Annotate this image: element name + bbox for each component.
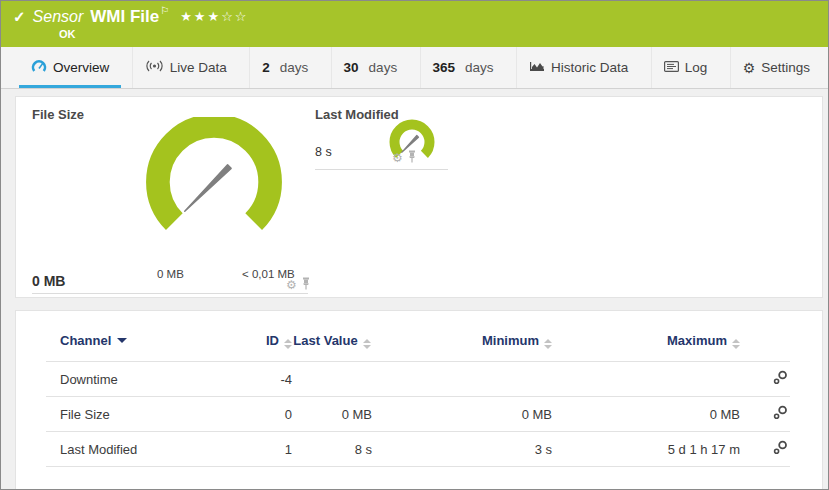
gauges-panel: File Size 0 MB < 0,01 MB 0 MB ⚙ Last Mod… [15, 96, 823, 298]
gear-icon: ⚙ [743, 61, 756, 75]
column-label: Minimum [482, 333, 539, 348]
sensor-name: WMI File [90, 7, 159, 27]
tab-label: Live Data [170, 60, 227, 75]
sort-icon [363, 339, 371, 349]
last-modified-value: 8 s [315, 145, 332, 159]
pin-icon[interactable] [407, 149, 417, 167]
file-size-gauge-controls: ⚙ [286, 276, 311, 294]
sensor-page: ✓ Sensor WMI File ⚐ ★★★☆☆ OK Overview Li… [0, 0, 829, 490]
tab-30-days[interactable]: 30 days [331, 47, 410, 88]
channel-maximum [552, 362, 740, 397]
sort-desc-icon [117, 338, 127, 343]
channel-last-value: 8 s [292, 432, 372, 467]
column-header-last-value[interactable]: Last Value [292, 333, 372, 362]
last-modified-gauge-controls: ⚙ [392, 149, 417, 167]
channel-settings-icon[interactable] [773, 440, 788, 458]
table-row: Downtime -4 [46, 362, 790, 397]
tab-bar: Overview Live Data 2 days 30 days 365 da… [1, 47, 828, 89]
column-label: ID [266, 333, 279, 348]
channel-settings-icon[interactable] [773, 370, 788, 388]
stars-empty: ☆☆ [221, 9, 248, 24]
tab-label: days [280, 60, 309, 75]
channel-id: 1 [234, 432, 292, 467]
sensor-type-label: Sensor [33, 7, 84, 27]
tab-365-days[interactable]: 365 days [420, 47, 506, 88]
tab-historic-data[interactable]: Historic Data [516, 47, 640, 88]
tab-label: days [465, 60, 494, 75]
flag-icon[interactable]: ⚐ [160, 1, 169, 21]
pin-icon[interactable] [301, 276, 311, 294]
tab-label: days [369, 60, 398, 75]
table-row: File Size 0 0 MB 0 MB 0 MB [46, 397, 790, 432]
status-ok-check-icon: ✓ [13, 7, 26, 27]
tab-value: 30 [344, 60, 359, 75]
stars-filled: ★★★ [180, 9, 221, 24]
sensor-header: ✓ Sensor WMI File ⚐ ★★★☆☆ OK [1, 1, 828, 47]
sort-icon [544, 339, 552, 349]
file-size-gauge [134, 117, 294, 249]
tab-label: Historic Data [551, 60, 628, 75]
sort-icon [732, 339, 740, 349]
tab-log[interactable]: Log [651, 47, 720, 88]
channel-name: Downtime [46, 362, 234, 397]
column-label: Maximum [667, 333, 727, 348]
priority-stars[interactable]: ★★★☆☆ [180, 7, 248, 27]
channel-last-value: 0 MB [292, 397, 372, 432]
file-size-value: 0 MB [32, 273, 65, 289]
channel-settings-icon[interactable] [773, 405, 788, 423]
tab-label: Settings [761, 60, 810, 75]
channel-name: File Size [46, 397, 234, 432]
channel-id: 0 [234, 397, 292, 432]
channel-maximum: 5 d 1 h 17 m [552, 432, 740, 467]
divider [32, 293, 308, 294]
channel-maximum: 0 MB [552, 397, 740, 432]
sort-icon [284, 339, 292, 349]
channels-panel: Channel ID Last Value Minimum Maximum Do… [15, 310, 823, 490]
log-icon [664, 60, 679, 75]
column-header-channel[interactable]: Channel [46, 333, 234, 362]
tab-value: 365 [433, 60, 456, 75]
channel-id: -4 [234, 362, 292, 397]
column-header-id[interactable]: ID [234, 333, 292, 362]
column-label: Last Value [293, 333, 357, 348]
channel-table: Channel ID Last Value Minimum Maximum Do… [46, 333, 790, 467]
column-label: Channel [60, 333, 111, 348]
gauge-icon [31, 60, 47, 76]
tab-2-days[interactable]: 2 days [249, 47, 320, 88]
live-data-icon [145, 60, 164, 75]
tab-settings[interactable]: ⚙ Settings [730, 47, 822, 88]
gauge-settings-icon[interactable]: ⚙ [286, 279, 297, 291]
channel-last-value [292, 362, 372, 397]
column-header-minimum[interactable]: Minimum [372, 333, 552, 362]
divider [315, 169, 448, 170]
historic-data-icon [529, 60, 545, 75]
table-header-row: Channel ID Last Value Minimum Maximum [46, 333, 790, 362]
tab-live-data[interactable]: Live Data [132, 47, 239, 88]
channel-minimum: 3 s [372, 432, 552, 467]
status-text: OK [59, 28, 76, 40]
column-header-maximum[interactable]: Maximum [552, 333, 740, 362]
table-row: Last Modified 1 8 s 3 s 5 d 1 h 17 m [46, 432, 790, 467]
gauge-title-file-size: File Size [32, 107, 84, 122]
tab-label: Log [685, 60, 708, 75]
channel-minimum [372, 362, 552, 397]
tab-overview[interactable]: Overview [19, 47, 121, 88]
gauge-scale-min: 0 MB [157, 268, 184, 280]
channel-minimum: 0 MB [372, 397, 552, 432]
channel-name: Last Modified [46, 432, 234, 467]
tab-label: Overview [53, 60, 109, 75]
tab-value: 2 [262, 60, 270, 75]
gauge-settings-icon[interactable]: ⚙ [392, 152, 403, 164]
column-header-actions [740, 333, 790, 362]
